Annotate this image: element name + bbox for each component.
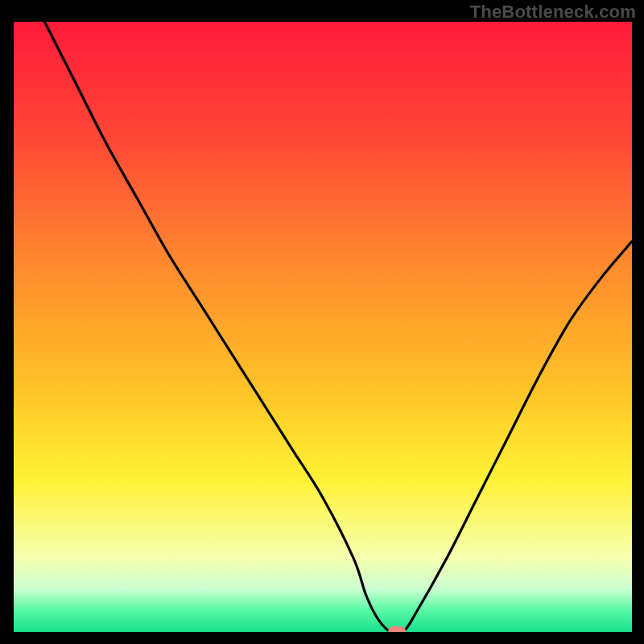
watermark-text: TheBottleneck.com [470,2,636,23]
gradient-background [14,22,632,632]
bottleneck-curve-svg [14,22,632,632]
optimal-marker [388,626,406,632]
chart-container: TheBottleneck.com [0,0,644,644]
plot-area [14,22,632,632]
